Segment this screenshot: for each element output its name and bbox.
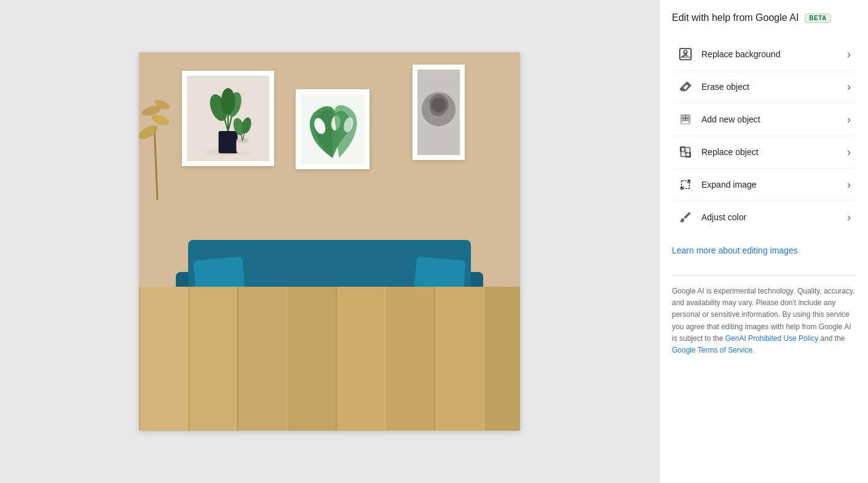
expand-image-chevron: › <box>847 178 851 191</box>
replace-background-item[interactable]: Replace background › <box>672 38 856 71</box>
erase-object-chevron: › <box>847 81 851 94</box>
sidebar-panel: Edit with help from Google AI BETA Repla… <box>659 0 868 483</box>
room-image <box>139 52 520 431</box>
erase-object-label: Erase object <box>701 82 847 92</box>
add-new-object-chevron: › <box>847 113 851 126</box>
ai-edit-menu: Replace background › Erase object › Add … <box>672 38 856 233</box>
erase-object-item[interactable]: Erase object › <box>672 71 856 103</box>
sidebar-title: Edit with help from Google AI <box>672 12 799 23</box>
adjust-color-icon <box>677 209 694 226</box>
disclaimer-text-3: . <box>752 346 754 354</box>
replace-background-chevron: › <box>847 48 851 61</box>
sofa <box>176 240 483 381</box>
wall-art-frame-1 <box>182 71 274 166</box>
divider <box>672 275 856 276</box>
sofa-leg-2 <box>268 357 275 381</box>
learn-more-link[interactable]: Learn more about editing images <box>672 245 856 255</box>
sidebar-header: Edit with help from Google AI BETA <box>672 12 856 23</box>
sofa-pillow-left <box>193 257 247 316</box>
sofa-leg-4 <box>445 357 452 381</box>
erase-icon <box>677 78 694 95</box>
svg-point-1 <box>139 122 160 142</box>
sofa-legs <box>176 354 483 381</box>
replace-object-icon <box>677 143 694 161</box>
disclaimer-text: Google AI is experimental technology. Qu… <box>672 285 856 356</box>
dried-plant-decoration <box>139 77 170 200</box>
wall-art-frame-3 <box>412 65 465 160</box>
wall-art-frame-2 <box>296 89 369 169</box>
replace-object-item[interactable]: Replace object › <box>672 136 856 169</box>
main-content-area <box>0 0 659 483</box>
replace-object-label: Replace object <box>701 147 847 157</box>
svg-point-2 <box>151 113 170 127</box>
genai-policy-link[interactable]: GenAI Prohibited Use Policy <box>725 334 818 343</box>
google-terms-link[interactable]: Google Terms of Service <box>672 346 752 354</box>
replace-object-chevron: › <box>847 146 851 159</box>
sofa-pillow-right <box>412 257 466 316</box>
expand-icon <box>677 176 694 193</box>
sofa-leg-3 <box>384 357 391 381</box>
image-container <box>139 52 520 431</box>
seat-cushion-right <box>331 313 472 352</box>
svg-point-28 <box>432 98 446 113</box>
seat-cushion-left <box>187 313 328 352</box>
add-new-object-label: Add new object <box>701 114 847 124</box>
adjust-color-label: Adjust color <box>701 212 847 222</box>
svg-rect-7 <box>219 131 238 153</box>
add-new-object-item[interactable]: Add new object › <box>672 103 856 136</box>
sofa-leg-1 <box>207 357 214 381</box>
adjust-color-item[interactable]: Adjust color › <box>672 201 856 233</box>
expand-image-item[interactable]: Expand image › <box>672 169 856 201</box>
replace-bg-icon <box>677 46 694 63</box>
expand-image-label: Expand image <box>701 180 847 190</box>
svg-line-0 <box>154 126 157 200</box>
replace-background-label: Replace background <box>701 49 847 59</box>
disclaimer-text-2: and the <box>818 334 845 343</box>
beta-badge: BETA <box>805 14 831 23</box>
adjust-color-chevron: › <box>847 211 851 224</box>
sofa-seat <box>182 308 477 357</box>
svg-point-13 <box>221 88 235 114</box>
add-object-icon <box>677 111 694 128</box>
